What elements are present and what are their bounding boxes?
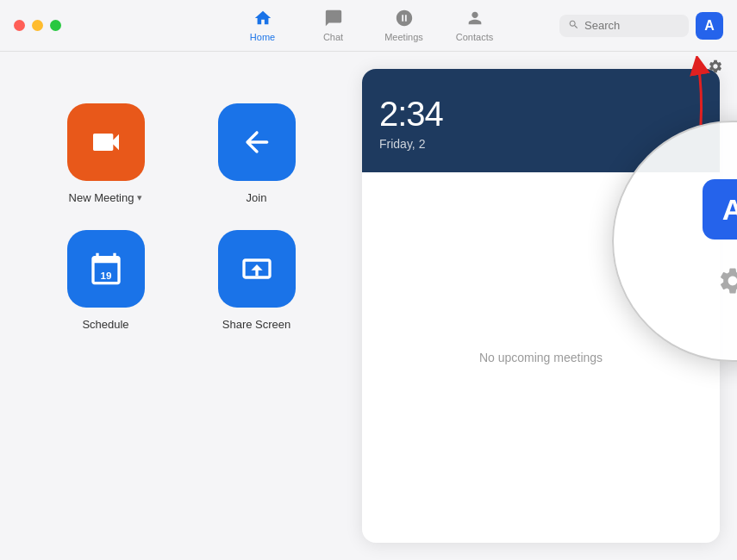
time-display: 2:34 (379, 95, 703, 134)
schedule-button[interactable]: 19 (67, 230, 145, 308)
schedule-action[interactable]: 19 Schedule (52, 230, 159, 331)
join-action[interactable]: Join (203, 103, 310, 204)
new-meeting-button[interactable] (67, 103, 145, 181)
dropdown-arrow-icon: ▾ (137, 192, 142, 203)
settings-gear-button[interactable] (708, 59, 723, 78)
nav-contacts-label: Contacts (456, 32, 493, 42)
avatar[interactable]: A (696, 12, 723, 40)
no-meetings-text: No upcoming meetings (479, 351, 603, 364)
nav-home[interactable]: Home (241, 9, 284, 42)
left-panel: New Meeting ▾ Join (0, 52, 362, 560)
nav-chat[interactable]: Chat (312, 9, 355, 42)
contacts-icon (465, 9, 484, 30)
chat-icon (324, 9, 343, 30)
nav-home-label: Home (250, 32, 275, 42)
schedule-label: Schedule (82, 318, 128, 331)
main-nav: Home Chat Meetings C (241, 9, 497, 42)
join-label: Join (247, 191, 267, 204)
minimize-button[interactable] (32, 20, 43, 31)
new-meeting-action[interactable]: New Meeting ▾ (52, 103, 159, 204)
nav-meetings[interactable]: Meetings (383, 9, 426, 42)
nav-chat-label: Chat (323, 32, 343, 42)
right-panel: 2:34 Friday, 2 No upcoming meetings A (362, 52, 737, 560)
main-content: New Meeting ▾ Join (0, 52, 737, 560)
svg-text:19: 19 (100, 270, 111, 281)
share-screen-button[interactable] (218, 230, 296, 308)
search-bar[interactable] (559, 15, 689, 37)
nav-meetings-label: Meetings (384, 32, 423, 42)
titlebar: Home Chat Meetings C (0, 0, 737, 52)
search-icon (568, 19, 579, 33)
nav-contacts[interactable]: Contacts (453, 9, 497, 42)
magnifier-gear-icon (717, 265, 737, 303)
maximize-button[interactable] (50, 20, 61, 31)
home-icon (253, 9, 272, 30)
new-meeting-label: New Meeting ▾ (69, 191, 143, 204)
share-screen-label: Share Screen (222, 318, 291, 331)
join-button[interactable] (218, 103, 296, 181)
search-input[interactable] (584, 19, 680, 32)
meetings-icon (395, 9, 414, 30)
action-grid: New Meeting ▾ Join (52, 103, 310, 331)
magnifier-content: A (703, 179, 737, 303)
share-screen-action[interactable]: Share Screen (203, 230, 310, 331)
close-button[interactable] (14, 20, 25, 31)
magnifier-avatar: A (703, 179, 737, 240)
traffic-lights (14, 20, 61, 31)
